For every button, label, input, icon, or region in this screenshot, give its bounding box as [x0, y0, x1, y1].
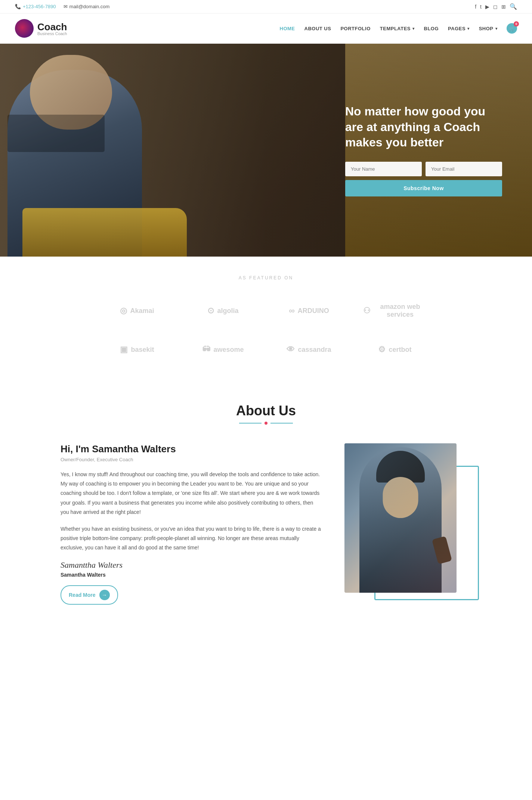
vimeo-icon[interactable]: ⊞ [501, 4, 506, 10]
phone-contact[interactable]: 📞 +123-456-7890 [15, 4, 56, 9]
nav-pages[interactable]: PAGES ▾ [448, 26, 470, 31]
about-section-title: About Us [15, 403, 517, 419]
logo-text: Coach Business Coach [37, 21, 67, 36]
basekit-icon: ▣ [120, 345, 128, 354]
cart-button[interactable]: 🛒 0 [507, 23, 517, 34]
hero-form-row [345, 162, 502, 176]
arrow-right-icon: → [99, 590, 110, 600]
chevron-down-icon: ▾ [412, 27, 415, 31]
site-name: Coach [37, 21, 67, 33]
logo-aws: ⚇ amazon web services [356, 295, 434, 326]
logo-basekit: ▣ basekit [98, 337, 176, 362]
aws-icon: ⚇ [363, 306, 371, 316]
about-content: Hi, I'm Samantha Walters Owner/Founder, … [61, 443, 471, 605]
top-bar-left: 📞 +123-456-7890 ✉ mail@domain.com [15, 4, 109, 9]
awesome-label: awesome [213, 346, 244, 354]
about-image [344, 443, 457, 593]
awesome-icon: 🕶 [202, 345, 210, 354]
about-person-role: Owner/Founder, Executive Coach [61, 457, 322, 462]
nav-home[interactable]: HOME [280, 26, 295, 31]
hero-content: No matter how good you are at anything a… [345, 104, 502, 196]
logo[interactable]: Coach Business Coach [15, 19, 67, 38]
divider-line-left [239, 423, 262, 424]
cassandra-icon: 👁 [287, 345, 295, 354]
arduino-label: ARDUINO [298, 307, 329, 315]
nav-shop[interactable]: SHOP ▾ [479, 26, 497, 31]
hero-title: No matter how good you are at anything a… [345, 104, 502, 151]
about-para-2: Whether you have an existing business, o… [61, 524, 322, 553]
about-text: Hi, I'm Samantha Walters Owner/Founder, … [61, 443, 322, 605]
about-para-1: Yes, I know my stuff! And throughout our… [61, 470, 322, 517]
algolia-icon: ⊙ [207, 306, 214, 316]
logo-awesome: 🕶 awesome [184, 337, 262, 362]
divider-line-right [270, 423, 293, 424]
name-input[interactable] [345, 162, 422, 176]
twitter-icon[interactable]: t [480, 4, 482, 10]
divider-dot [265, 422, 267, 425]
hero-form: Subscribe Now [345, 162, 502, 196]
akamai-icon: ◎ [120, 306, 127, 316]
about-signature: Samanttha Walters [61, 560, 322, 570]
youtube-icon[interactable]: ▶ [485, 4, 489, 10]
main-nav: HOME ABOUT US PORTFOLIO TEMPLATES ▾ BLOG… [280, 23, 517, 34]
chevron-down-icon: ▾ [467, 27, 470, 31]
logo-akamai: ◎ Akamai [98, 295, 176, 326]
subscribe-button[interactable]: Subscribe Now [345, 180, 502, 196]
logo-arduino: ∞ ARDUINO [270, 295, 348, 326]
cassandra-label: cassandra [298, 346, 331, 354]
hero-papers [7, 115, 105, 152]
email-address: mail@domain.com [69, 4, 110, 9]
phone-number: +123-456-7890 [23, 4, 56, 9]
phone-icon: 📞 [15, 4, 21, 9]
arduino-icon: ∞ [289, 306, 295, 316]
cart-badge: 0 [514, 21, 519, 27]
email-icon: ✉ [64, 4, 68, 9]
logo-icon [15, 19, 34, 38]
about-image-wrapper [344, 443, 471, 593]
nav-blog[interactable]: BLOG [424, 26, 439, 31]
image-overlay [344, 443, 457, 593]
social-links: f t ▶ ◻ ⊞ 🔍 [475, 3, 517, 10]
facebook-icon[interactable]: f [475, 4, 476, 10]
read-more-label: Read More [69, 592, 96, 598]
akamai-label: Akamai [130, 307, 154, 315]
hero-desk [22, 208, 187, 257]
logos-grid: ◎ Akamai ⊙ algolia ∞ ARDUINO ⚇ amazon we… [98, 295, 434, 362]
read-more-button[interactable]: Read More → [61, 585, 118, 605]
top-bar: 📞 +123-456-7890 ✉ mail@domain.com f t ▶ … [0, 0, 532, 13]
header: Coach Business Coach HOME ABOUT US PORTF… [0, 13, 532, 44]
featured-label: AS FEATURED ON [15, 275, 517, 280]
about-person-name: Hi, I'm Samantha Walters [61, 443, 322, 455]
search-icon[interactable]: 🔍 [510, 3, 517, 10]
certbot-label: certbot [389, 346, 411, 354]
algolia-label: algolia [217, 307, 238, 315]
featured-section: AS FEATURED ON ◎ Akamai ⊙ algolia ∞ ARDU… [0, 257, 532, 381]
section-divider [15, 422, 517, 425]
logo-algolia: ⊙ algolia [184, 295, 262, 326]
email-contact[interactable]: ✉ mail@domain.com [64, 4, 110, 9]
about-sig-name: Samantha Walters [61, 572, 322, 578]
about-section: About Us Hi, I'm Samantha Walters Owner/… [0, 381, 532, 635]
basekit-label: basekit [131, 346, 154, 354]
logo-cassandra: 👁 cassandra [270, 337, 348, 362]
instagram-icon[interactable]: ◻ [493, 4, 498, 10]
nav-portfolio[interactable]: PORTFOLIO [340, 26, 370, 31]
site-tagline: Business Coach [37, 31, 67, 36]
aws-label: amazon web services [374, 303, 427, 319]
nav-templates[interactable]: TEMPLATES ▾ [380, 26, 415, 31]
email-input[interactable] [426, 162, 502, 176]
chevron-down-icon: ▾ [495, 27, 498, 31]
hero-person-area [0, 44, 172, 257]
nav-about[interactable]: ABOUT US [304, 26, 331, 31]
certbot-icon: ⚙ [378, 345, 386, 354]
hero-section: No matter how good you are at anything a… [0, 44, 532, 257]
logo-certbot: ⚙ certbot [356, 337, 434, 362]
